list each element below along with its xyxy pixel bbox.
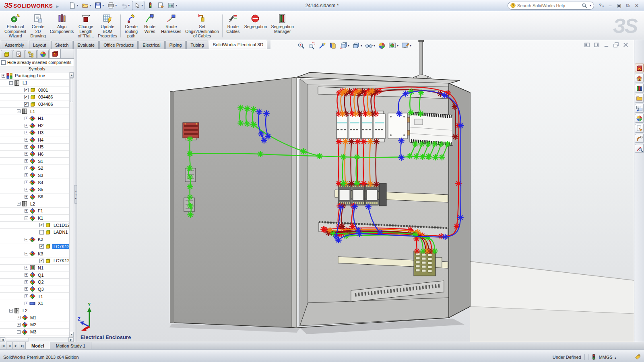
antenna[interactable] xyxy=(412,40,431,83)
tree-item-lc1d12[interactable]: ✔LC1D12 xyxy=(0,222,69,229)
properties-tab[interactable] xyxy=(13,50,25,58)
tree-item-q2[interactable]: +Q2 xyxy=(0,279,69,286)
tree-item-s1[interactable]: +S1 xyxy=(0,158,69,165)
collapse-toggle-icon[interactable]: − xyxy=(9,309,13,313)
expand-toggle-icon[interactable]: + xyxy=(25,195,28,199)
minimize-button[interactable]: – xyxy=(607,3,613,8)
tree-item-h6[interactable]: +H6 xyxy=(0,151,69,158)
pane-right-button[interactable] xyxy=(594,42,600,48)
create-routing-path-button[interactable]: Createroutingpath xyxy=(122,12,140,40)
tree-item-t1[interactable]: +T1 xyxy=(0,293,69,300)
display-style-button[interactable]: ▾ xyxy=(352,41,363,50)
hierarchy-tab[interactable] xyxy=(25,50,37,58)
restore-button[interactable]: ▣ xyxy=(616,3,622,8)
design-library-button[interactable] xyxy=(635,84,644,93)
scrollbar-thumb[interactable] xyxy=(70,78,73,102)
hide-show-items-button[interactable]: ▾ xyxy=(365,41,376,50)
tab-electrical[interactable]: Electrical xyxy=(138,41,165,49)
tree-item-l1[interactable]: −L1 xyxy=(0,108,69,115)
tree-item-m1[interactable]: +M1 xyxy=(0,314,69,321)
expand-toggle-icon[interactable]: + xyxy=(25,124,28,128)
tab-piping[interactable]: Piping xyxy=(165,41,186,49)
open-document-button[interactable]: ▾ xyxy=(80,1,92,10)
expand-toggle-icon[interactable]: + xyxy=(25,188,28,191)
tree-item-s4[interactable]: +S4 xyxy=(0,179,69,186)
tree-item-k2[interactable]: −K2 xyxy=(0,236,69,243)
hide-inserted-checkbox[interactable] xyxy=(1,60,6,65)
tab-solidworks-electrical-3d[interactable]: SolidWorks Electrical 3D xyxy=(209,40,268,49)
visibility-checkbox[interactable] xyxy=(39,230,44,234)
tree-item-packaging-line[interactable]: +Packaging Line xyxy=(0,72,69,80)
routing-library-button[interactable] xyxy=(635,134,644,143)
expand-toggle-icon[interactable]: + xyxy=(25,152,28,156)
file-explorer-button[interactable] xyxy=(635,94,644,103)
magnified-selection-button[interactable] xyxy=(318,41,326,50)
nav-next-button[interactable]: ▶ xyxy=(13,342,19,349)
expand-toggle-icon[interactable]: + xyxy=(25,131,28,134)
select-tool-button[interactable]: ▾ xyxy=(132,1,144,10)
pane-left-button[interactable] xyxy=(584,42,590,48)
expand-toggle-icon[interactable]: + xyxy=(25,117,28,120)
tree-item-l2[interactable]: −L2 xyxy=(0,200,69,208)
toolbar-collapse-icon[interactable]: ▶ xyxy=(56,4,59,8)
electrical-component-wizard-button[interactable]: ElectricalComponentWizard xyxy=(2,12,28,40)
visibility-checkbox[interactable]: ✔ xyxy=(24,102,29,107)
expand-toggle-icon[interactable]: + xyxy=(25,159,28,163)
tree-item-lc7k12[interactable]: ✔LC7K12 xyxy=(0,257,69,265)
print-document-button[interactable]: ▾ xyxy=(106,1,118,10)
tree-item-q3[interactable]: +Q3 xyxy=(0,286,69,293)
tab-evaluate[interactable]: Evaluate xyxy=(73,41,99,49)
close-document-button[interactable] xyxy=(623,42,629,48)
expand-toggle-icon[interactable]: + xyxy=(25,209,28,213)
search-dropdown-icon[interactable]: ▾ xyxy=(590,4,591,7)
visibility-checkbox[interactable]: ✔ xyxy=(24,88,29,92)
undo-button[interactable]: ▾ xyxy=(119,1,131,10)
view-orientation-button[interactable]: ▾ xyxy=(339,41,350,50)
graphics-viewport[interactable]: Y Z Electrical Enclosure xyxy=(77,40,634,342)
search-icon[interactable] xyxy=(582,3,587,8)
contactors-row[interactable] xyxy=(338,183,386,206)
tree-item-f1[interactable]: +F1 xyxy=(0,208,69,215)
plc-module[interactable] xyxy=(410,112,453,146)
appearances-scenes-button[interactable] xyxy=(635,114,644,123)
tree-item-h4[interactable]: +H4 xyxy=(0,136,69,144)
door-relay[interactable] xyxy=(183,123,199,140)
tree-item-034486[interactable]: ✔034486 xyxy=(0,94,69,101)
expand-toggle-icon[interactable]: + xyxy=(25,145,28,149)
symbols-tab[interactable] xyxy=(1,50,12,58)
section-view-button[interactable] xyxy=(328,41,337,50)
expand-toggle-icon[interactable]: + xyxy=(25,280,28,284)
route-cables-button[interactable]: RouteCables xyxy=(224,12,242,40)
tree-item-0001[interactable]: ✔0001 xyxy=(0,86,69,94)
expand-toggle-icon[interactable]: + xyxy=(17,323,21,327)
collapse-toggle-icon[interactable]: − xyxy=(25,238,28,241)
tab-layout[interactable]: Layout xyxy=(29,41,50,49)
tree-item-k3[interactable]: −K3 xyxy=(0,250,69,257)
expand-toggle-icon[interactable]: + xyxy=(25,138,28,142)
expand-toggle-icon[interactable]: + xyxy=(25,181,28,184)
tree-item-m2[interactable]: +M2 xyxy=(0,321,69,329)
collapse-toggle-icon[interactable]: − xyxy=(25,252,28,255)
electrical-manager-tab[interactable] xyxy=(49,49,61,58)
expand-toggle-icon[interactable]: + xyxy=(25,266,28,269)
visibility-checkbox[interactable]: ✔ xyxy=(39,244,44,249)
zoom-to-area-button[interactable] xyxy=(308,41,316,50)
expand-toggle-icon[interactable]: + xyxy=(17,316,21,319)
tree-item-s2[interactable]: +S2 xyxy=(0,165,69,172)
visibility-checkbox[interactable]: ✔ xyxy=(24,95,29,99)
tree-item-k1[interactable]: −K1 xyxy=(0,215,69,222)
file-properties-button[interactable] xyxy=(156,1,165,10)
help-button[interactable]: ?▾ xyxy=(598,3,605,8)
tree-horizontal-scrollbar[interactable]: ◀ ▶ xyxy=(0,337,74,342)
visibility-checkbox[interactable]: ✔ xyxy=(39,259,44,263)
tree-item-s3[interactable]: +S3 xyxy=(0,172,69,179)
tree-item-x1[interactable]: +X1 xyxy=(0,300,69,307)
collapse-toggle-icon[interactable]: − xyxy=(9,81,13,85)
tree-item-q1[interactable]: +Q1 xyxy=(0,272,69,279)
viewport-3d-scene[interactable]: Y Z xyxy=(77,40,634,342)
panel-splitter[interactable]: ◂◂◂ xyxy=(74,49,77,342)
scroll-right-icon[interactable]: ▶ xyxy=(68,337,74,342)
visibility-checkbox[interactable]: ✔ xyxy=(39,223,44,227)
tab-sketch[interactable]: Sketch xyxy=(51,41,73,49)
collapse-toggle-icon[interactable]: − xyxy=(17,330,21,334)
